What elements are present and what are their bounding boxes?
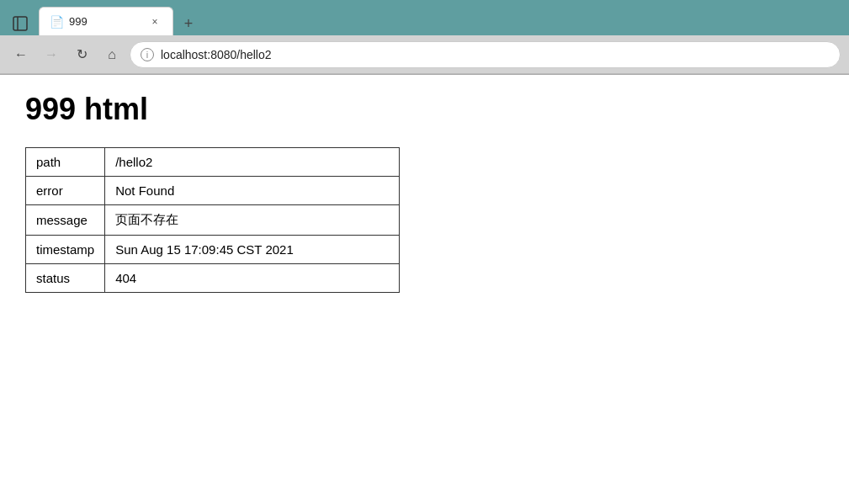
back-button[interactable]: ← (8, 42, 34, 67)
table-value-cell: Sun Aug 15 17:09:45 CST 2021 (105, 236, 400, 264)
address-bar[interactable]: i localhost:8080/hello2 (130, 41, 841, 68)
error-table: path/hello2errorNot Foundmessage页面不存在tim… (25, 147, 400, 293)
tab-close-button[interactable]: × (147, 14, 162, 29)
tab-bar: 📄 999 × + (0, 0, 849, 35)
browser-tab[interactable]: 📄 999 × (39, 7, 173, 35)
table-key-cell: error (26, 177, 105, 205)
reload-button[interactable]: ↻ (69, 42, 94, 67)
tab-title: 999 (69, 15, 141, 28)
address-text: localhost:8080/hello2 (161, 48, 272, 61)
svg-rect-0 (13, 17, 27, 30)
security-info-icon[interactable]: i (141, 48, 154, 61)
browser-chrome: 📄 999 × + ← → ↻ ⌂ i localhost:8080/hello… (0, 0, 849, 75)
table-key-cell: path (26, 148, 105, 177)
table-row: status404 (26, 264, 400, 293)
new-tab-button[interactable]: + (177, 12, 200, 35)
page-title: 999 html (25, 92, 824, 127)
navigation-bar: ← → ↻ ⌂ i localhost:8080/hello2 (0, 35, 849, 74)
sidebar-toggle-button[interactable] (7, 12, 34, 35)
table-value-cell: 404 (105, 264, 400, 293)
table-value-cell: /hello2 (105, 148, 400, 177)
table-row: timestampSun Aug 15 17:09:45 CST 2021 (26, 236, 400, 264)
page-content: 999 html path/hello2errorNot Foundmessag… (0, 75, 849, 310)
table-value-cell: Not Found (105, 177, 400, 205)
table-key-cell: timestamp (26, 236, 105, 264)
table-row: errorNot Found (26, 177, 400, 205)
forward-button[interactable]: → (39, 42, 64, 67)
home-button[interactable]: ⌂ (99, 42, 125, 67)
table-value-cell: 页面不存在 (105, 205, 400, 236)
table-row: message页面不存在 (26, 205, 400, 236)
table-key-cell: message (26, 205, 105, 236)
tab-icon: 📄 (50, 15, 64, 29)
table-key-cell: status (26, 264, 105, 293)
table-row: path/hello2 (26, 148, 400, 177)
